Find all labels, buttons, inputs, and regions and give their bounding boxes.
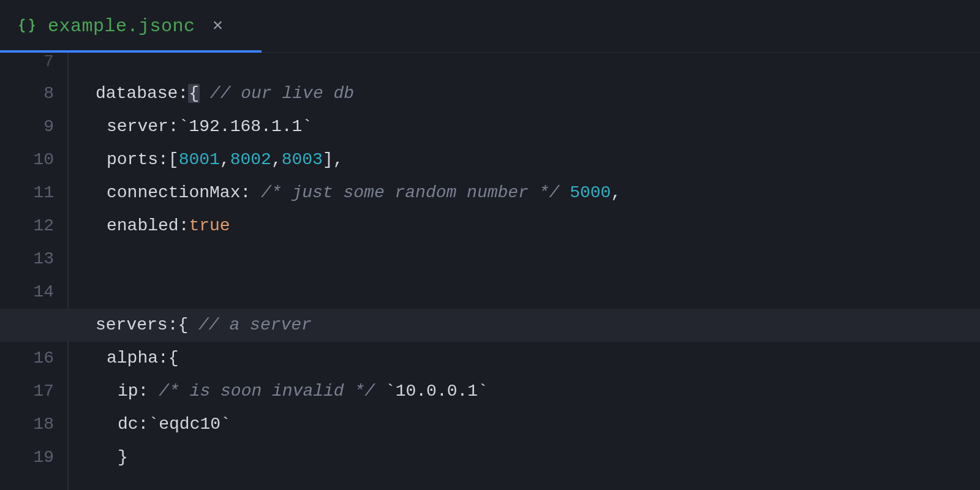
line-number: 16 — [0, 342, 54, 375]
code-line: dc:`eqdc10` — [96, 408, 980, 441]
comma: , — [333, 150, 344, 169]
code-line-active: } — [96, 243, 980, 276]
line-number: 10 — [0, 143, 54, 176]
colon: : — [138, 415, 149, 434]
tab-bar: example.jsonc × — [0, 0, 980, 53]
string-value: 10.0.0.1 — [396, 382, 478, 401]
line-number: 8 — [0, 77, 54, 110]
code-line: } — [96, 441, 980, 474]
bracket-open: [ — [168, 150, 179, 169]
code-line: server:`192.168.1.1` — [96, 110, 980, 143]
line-number: 18 — [0, 408, 54, 441]
comment: // a server — [198, 315, 312, 334]
line-number: 17 — [0, 375, 54, 408]
json-key: alpha — [107, 349, 158, 368]
backtick: ` — [148, 415, 159, 434]
brace-close: } — [118, 448, 128, 467]
code-line: ip: /* is soon invalid */ `10.0.0.1` — [96, 375, 980, 408]
number-value: 8003 — [282, 150, 323, 169]
code-line: servers:{ // a server — [96, 309, 980, 342]
line-number: 19 — [0, 441, 54, 474]
json-key: ip — [118, 382, 138, 401]
tab-label: example.jsonc — [48, 16, 195, 37]
code-editor[interactable]: 7 8 9 10 11 12 13 14 15 16 17 18 19 data… — [0, 53, 980, 490]
json-key: connectionMax — [107, 183, 240, 202]
comma: , — [271, 150, 282, 169]
number-value: 8002 — [230, 150, 271, 169]
backtick: ` — [302, 117, 312, 136]
line-number: 11 — [0, 176, 54, 209]
string-value: 192.168.1.1 — [189, 117, 302, 136]
brace-open: { — [168, 349, 179, 368]
colon: : — [158, 349, 168, 368]
line-number: 12 — [0, 209, 54, 243]
line-number: 9 — [0, 110, 54, 143]
code-line: database:{ // our live db — [96, 77, 980, 110]
json-key: database — [96, 84, 178, 103]
backtick: ` — [179, 117, 189, 136]
json-key: ports — [107, 150, 158, 169]
comma: , — [220, 150, 230, 169]
json-key: servers — [96, 315, 168, 334]
colon: : — [168, 117, 179, 136]
backtick: ` — [478, 382, 488, 401]
comment: /* is soon invalid */ — [159, 382, 375, 401]
line-number: 7 — [0, 53, 54, 77]
code-line: enabled:true — [96, 209, 980, 243]
code-line: ports:[8001,8002,8003], — [96, 143, 980, 176]
backtick: ` — [221, 415, 231, 434]
json-key: server — [107, 117, 168, 136]
line-number: 14 — [0, 276, 54, 309]
code-area[interactable]: database:{ // our live db server:`192.16… — [69, 53, 980, 490]
colon: : — [240, 183, 261, 202]
colon: : — [178, 84, 188, 103]
brace-open: { — [188, 84, 200, 103]
json-key: dc — [118, 415, 138, 434]
line-number-gutter: 7 8 9 10 11 12 13 14 15 16 17 18 19 — [0, 53, 69, 490]
colon: : — [138, 382, 159, 401]
number-value: 5000 — [570, 183, 611, 202]
code-line — [96, 53, 980, 77]
brace-open: { — [178, 315, 188, 334]
code-line — [96, 276, 980, 309]
json-key: enabled — [107, 216, 179, 235]
line-number: 13 — [0, 243, 54, 276]
code-line: alpha:{ — [96, 342, 980, 375]
boolean-value: true — [189, 216, 230, 235]
comma: , — [611, 183, 621, 202]
colon: : — [168, 315, 178, 334]
comment: /* just some random number */ — [261, 183, 559, 202]
code-line: connectionMax: /* just some random numbe… — [96, 176, 980, 209]
bracket-close: ] — [323, 150, 333, 169]
string-value: eqdc10 — [159, 415, 221, 434]
backtick: ` — [385, 382, 396, 401]
colon: : — [179, 216, 189, 235]
comment: // our live db — [210, 84, 354, 103]
number-value: 8001 — [179, 150, 220, 169]
colon: : — [158, 150, 168, 169]
braces-icon — [17, 17, 37, 36]
tab-example-jsonc[interactable]: example.jsonc × — [0, 0, 241, 52]
close-icon[interactable]: × — [213, 17, 224, 36]
